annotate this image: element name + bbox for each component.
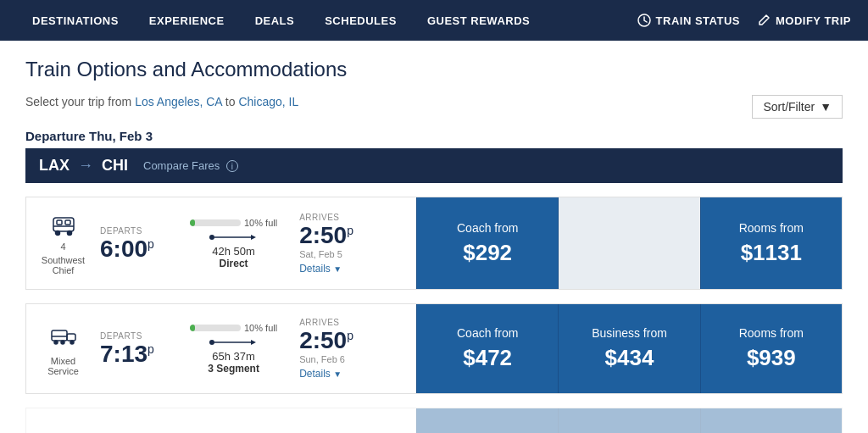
svg-point-21 [209,340,214,345]
nav-schedules[interactable]: SCHEDULES [309,0,412,41]
info-icon: i [226,160,238,172]
arrives-time-2: 2:50p [299,329,367,353]
origin-link[interactable]: Los Angeles, CA [135,95,222,108]
chevron-icon: ▼ [333,264,342,274]
route-header: LAX → CHI Compare Fares i [25,148,843,183]
duration-line-1 [209,231,259,243]
coach-price-cell-2[interactable]: Coach from $472 [416,304,558,393]
capacity-fill-2 [190,325,195,331]
route-line-icon [209,231,259,243]
pencil-icon [757,14,771,27]
modify-trip-btn[interactable]: MODIFY TRIP [757,14,851,27]
nav-links: DESTINATIONS EXPERIENCE DEALS SCHEDULES … [17,0,637,41]
origin-station: LAX [39,157,70,175]
stub-cell-3 [700,408,842,433]
svg-marker-11 [251,235,256,240]
svg-marker-23 [251,340,256,345]
capacity-1: 10% full [190,218,277,228]
business-price-cell-1 [558,197,699,289]
train-info-stub [26,408,416,433]
nav-guest-rewards[interactable]: GUEST REWARDS [412,0,545,41]
stub-cell-2 [558,408,699,433]
route-middle-2: 10% full 65h 37m 3 Segment [181,323,286,375]
train-row: Mixed Service DEPARTS 7:13p 10% full [25,303,843,394]
duration-line-2 [209,336,259,348]
departs-time-2: 7:13p [100,342,168,366]
train-icon [50,211,77,238]
sort-filter-button[interactable]: Sort/Filter ▼ [752,95,843,119]
arrives-time-1: 2:50p [299,224,367,247]
train-info-1: 4 Southwest Chief DEPARTS 6:00p 10% full [26,197,416,289]
clock-icon [637,14,651,27]
svg-rect-8 [65,220,70,225]
train-row: 4 Southwest Chief DEPARTS 6:00p 10% full [25,197,843,290]
capacity-bar-2 [190,325,241,331]
train-name-1: Southwest Chief [40,255,86,275]
nav-deals[interactable]: DEALS [240,0,310,41]
main-nav: DESTINATIONS EXPERIENCE DEALS SCHEDULES … [0,0,868,41]
compare-fares-link[interactable]: Compare Fares i [143,159,238,173]
arrives-block-2: ARRIVES 2:50p Sun, Feb 6 Details ▼ [299,318,367,380]
svg-point-9 [209,235,214,240]
details-link-1[interactable]: Details ▼ [299,263,367,275]
rooms-price-cell-2[interactable]: Rooms from $939 [700,304,842,393]
train-icon-block-1: 4 Southwest Chief [40,211,86,275]
dest-station: CHI [102,157,128,175]
page-title: Train Options and Accommodations [25,58,843,81]
capacity-fill-1 [190,219,195,226]
trip-select-text: Select your trip from Los Angeles, CA to… [25,95,298,108]
train-info-2: Mixed Service DEPARTS 7:13p 10% full [26,304,416,393]
rooms-price-cell-1[interactable]: Rooms from $1131 [700,197,842,289]
departs-block-2: DEPARTS 7:13p [100,331,168,366]
capacity-2: 10% full [190,323,277,333]
train-number-1: 4 [60,241,65,252]
departure-label: Departure Thu, Feb 3 [25,129,843,143]
train-icon-block-2: Mixed Service [40,322,86,376]
details-link-2[interactable]: Details ▼ [299,368,367,380]
train-row-stub [25,408,843,433]
departs-time-1: 6:00p [100,237,168,261]
chevron-icon-2: ▼ [333,369,342,379]
chevron-down-icon: ▼ [820,100,832,114]
route-line-icon-2 [209,336,259,348]
stub-cell-1 [416,408,558,433]
mixed-train-icon [50,322,77,349]
train-status-btn[interactable]: TRAIN STATUS [637,14,740,27]
price-cells-2: Coach from $472 Business from $434 Rooms… [416,304,842,393]
route-arrow-icon: → [78,157,93,175]
coach-price-cell-1[interactable]: Coach from $292 [416,197,558,289]
nav-right: TRAIN STATUS MODIFY TRIP [637,14,851,27]
route-middle-1: 10% full 42h 50m Direct [181,218,286,269]
nav-experience[interactable]: EXPERIENCE [134,0,240,41]
train-name-2: Mixed Service [40,356,86,376]
price-cells-stub [416,408,842,433]
business-price-cell-2[interactable]: Business from $434 [558,304,699,393]
main-content: Train Options and Accommodations Select … [0,41,868,433]
svg-rect-13 [67,334,75,341]
nav-destinations[interactable]: DESTINATIONS [17,0,134,41]
departs-block-1: DEPARTS 6:00p [100,226,168,261]
price-cells-1: Coach from $292 Rooms from $1131 [416,197,842,289]
arrives-block-1: ARRIVES 2:50p Sat, Feb 5 Details ▼ [299,213,367,275]
svg-rect-7 [57,220,62,225]
capacity-bar-1 [190,219,241,226]
svg-rect-12 [52,330,67,341]
destination-link[interactable]: Chicago, IL [238,95,298,108]
